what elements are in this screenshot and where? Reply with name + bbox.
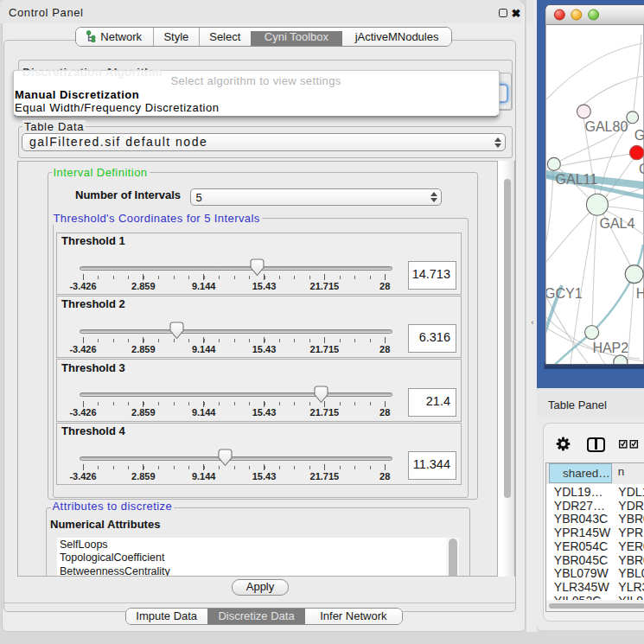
svg-text:GCY1: GCY1	[545, 286, 583, 301]
svg-text:GAL80: GAL80	[585, 119, 628, 134]
svg-text:GAL4: GAL4	[600, 216, 635, 231]
svg-text:GA: GA	[634, 128, 644, 143]
svg-text:H: H	[636, 286, 644, 301]
svg-text:CY: CY	[639, 162, 644, 176]
svg-text:GAL11: GAL11	[556, 172, 598, 187]
svg-text:HAP2: HAP2	[592, 341, 628, 355]
